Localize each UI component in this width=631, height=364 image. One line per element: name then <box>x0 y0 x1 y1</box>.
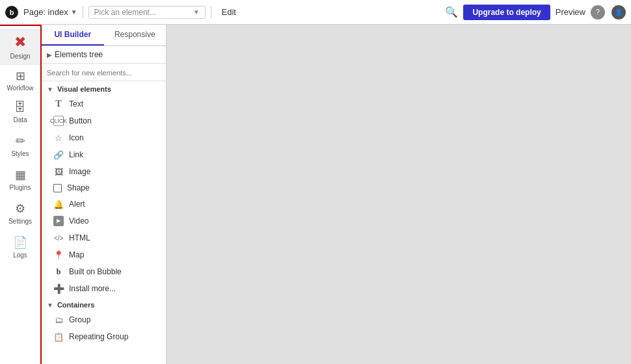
list-item-map[interactable]: 📍 Map <box>42 246 166 263</box>
button-icon: CLICK <box>53 116 64 126</box>
list-item-repeating-group[interactable]: 📋 Repeating Group <box>42 328 166 345</box>
list-item-shape[interactable]: Shape <box>42 180 166 196</box>
image-icon: 🖼 <box>53 166 64 177</box>
list-item-group-label: Group <box>69 315 90 324</box>
builtonbubble-icon: b <box>53 266 64 277</box>
edit-label: Edit <box>222 7 236 17</box>
section-visual-elements-arrow: ▼ <box>47 86 53 93</box>
page-selector[interactable]: Page: index ▼ <box>23 7 77 17</box>
element-picker-text: Pick an element... <box>94 8 156 17</box>
plugins-icon: ▦ <box>15 168 26 182</box>
nav-label-styles: Styles <box>11 150 29 157</box>
nav-item-settings[interactable]: ⚙ Settings <box>0 196 40 230</box>
element-search-container <box>42 64 166 81</box>
list-item-icon-label: Icon <box>69 133 84 142</box>
list-item-html[interactable]: </> HTML <box>42 229 166 246</box>
html-icon: </> <box>53 233 64 243</box>
nav-label-settings: Settings <box>8 218 32 225</box>
panel-sidebar: UI Builder Responsive ▶ Elements tree ▼ … <box>42 25 167 364</box>
search-icon[interactable]: 🔍 <box>445 6 458 18</box>
list-item-link-label: Link <box>69 150 83 159</box>
styles-icon: ✏ <box>16 134 25 148</box>
nav-item-logs[interactable]: 📄 Logs <box>0 230 40 264</box>
list-item-image[interactable]: 🖼 Image <box>42 163 166 180</box>
nav-item-design[interactable]: ✖ Design <box>0 29 40 65</box>
text-icon: T <box>53 99 64 109</box>
list-item-image-label: Image <box>69 167 90 176</box>
element-list: ▼ Visual elements T Text CLICK Button ☆ … <box>42 81 166 364</box>
elements-tree-row[interactable]: ▶ Elements tree <box>42 46 166 64</box>
nav-item-workflow[interactable]: ⊞ Workflow <box>0 65 40 96</box>
nav-label-plugins: Plugins <box>10 184 31 191</box>
map-icon: 📍 <box>53 250 64 260</box>
user-icons: ? 👤 <box>591 5 626 20</box>
elements-tree-label: Elements tree <box>55 50 103 59</box>
list-item-video[interactable]: ▶ Video <box>42 213 166 229</box>
list-item-install-more-label: Install more... <box>69 284 116 293</box>
nav-item-styles[interactable]: ✏ Styles <box>0 129 40 162</box>
list-item-alert-label: Alert <box>69 200 85 209</box>
nav-label-workflow: Workflow <box>7 84 34 92</box>
user-avatar[interactable]: 👤 <box>611 5 626 20</box>
list-item-alert[interactable]: 🔔 Alert <box>42 196 166 213</box>
page-label: Page: index <box>23 7 68 17</box>
settings-icon: ⚙ <box>15 202 25 216</box>
canvas <box>167 25 631 364</box>
list-item-button-label: Button <box>69 116 92 125</box>
divider-2 <box>211 6 211 19</box>
panel-tabs: UI Builder Responsive <box>42 25 166 46</box>
elements-tree-arrow: ▶ <box>47 51 52 58</box>
divider-1 <box>83 6 83 19</box>
list-item-map-label: Map <box>69 250 84 259</box>
help-icon[interactable]: ? <box>591 5 605 20</box>
list-item-video-label: Video <box>69 216 88 226</box>
workflow-icon: ⊞ <box>16 69 25 83</box>
list-item-repeating-group-label: Repeating Group <box>69 332 128 341</box>
list-item-install-more[interactable]: ➕ Install more... <box>42 280 166 297</box>
section-visual-elements[interactable]: ▼ Visual elements <box>42 81 166 96</box>
topbar: b Page: index ▼ Pick an element... ▼ Edi… <box>0 0 631 25</box>
alert-icon: 🔔 <box>53 199 64 209</box>
element-search-input[interactable] <box>47 69 161 77</box>
nav-label-logs: Logs <box>13 252 27 259</box>
tab-ui-builder[interactable]: UI Builder <box>42 25 104 46</box>
list-item-text[interactable]: T Text <box>42 96 166 112</box>
preview-button[interactable]: Preview <box>556 7 585 17</box>
tab-responsive[interactable]: Responsive <box>104 25 167 46</box>
list-item-html-label: HTML <box>69 233 90 242</box>
app-logo: b <box>5 6 18 19</box>
nav-item-data[interactable]: 🗄 Data <box>0 96 40 129</box>
list-item-text-label: Text <box>69 99 83 109</box>
nav-item-plugins[interactable]: ▦ Plugins <box>0 162 40 196</box>
design-icon: ✖ <box>14 34 26 51</box>
nav-label-data: Data <box>13 116 27 124</box>
nav-label-design: Design <box>10 53 30 60</box>
install-more-icon: ➕ <box>53 283 64 294</box>
list-item-shape-label: Shape <box>67 183 90 192</box>
icon-icon: ☆ <box>53 133 64 143</box>
list-item-group[interactable]: 🗂 Group <box>42 311 166 328</box>
list-item-builtonbubble-label: Built on Bubble <box>69 267 122 276</box>
video-icon: ▶ <box>53 216 64 226</box>
list-item-link[interactable]: 🔗 Link <box>42 146 166 163</box>
list-item-icon[interactable]: ☆ Icon <box>42 129 166 146</box>
section-visual-elements-label: Visual elements <box>57 85 111 93</box>
page-dropdown-icon[interactable]: ▼ <box>71 8 77 16</box>
repeating-group-icon: 📋 <box>53 332 64 342</box>
section-containers[interactable]: ▼ Containers <box>42 297 166 311</box>
link-icon: 🔗 <box>53 150 64 160</box>
element-picker[interactable]: Pick an element... ▼ <box>88 6 206 19</box>
element-picker-arrow: ▼ <box>193 8 200 16</box>
section-containers-arrow: ▼ <box>47 302 53 309</box>
data-icon: 🗄 <box>14 101 26 114</box>
section-containers-label: Containers <box>57 301 94 309</box>
main-area: ✖ Design ⊞ Workflow 🗄 Data ✏ Styles ▦ Pl… <box>0 25 631 364</box>
list-item-button[interactable]: CLICK Button <box>42 112 166 129</box>
nav-sidebar: ✖ Design ⊞ Workflow 🗄 Data ✏ Styles ▦ Pl… <box>0 25 42 364</box>
logs-icon: 📄 <box>13 235 27 250</box>
upgrade-button[interactable]: Upgrade to deploy <box>463 5 550 20</box>
list-item-builtonbubble[interactable]: b Built on Bubble <box>42 263 166 280</box>
shape-icon <box>53 184 62 192</box>
group-icon: 🗂 <box>53 315 64 325</box>
